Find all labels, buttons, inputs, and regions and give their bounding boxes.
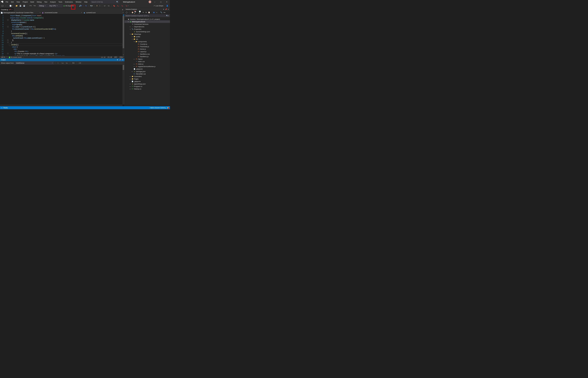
expand-icon[interactable]: ▾ bbox=[131, 39, 133, 40]
tree-node[interactable]: JSNavMenu.js bbox=[124, 55, 170, 58]
nav-class[interactable]: ◧ incrementCounter▼ bbox=[41, 11, 83, 14]
next-bookmark-icon[interactable]: 🔖› bbox=[120, 4, 124, 7]
tree-node[interactable]: ▾📂ClientApp bbox=[124, 33, 170, 35]
se-home-icon[interactable]: 🏠 bbox=[131, 11, 134, 14]
tree-node[interactable]: ▾▦WebApplication4 bbox=[124, 20, 170, 23]
nav-scope[interactable]: 📄 WebApplication4 JavaScript Content Fil… bbox=[0, 11, 41, 14]
menu-window[interactable]: Window bbox=[74, 0, 83, 4]
se-properties-icon[interactable]: 🔧 bbox=[160, 11, 162, 14]
outdent-icon[interactable]: ◀≡ bbox=[103, 4, 107, 7]
tabs-overflow-icon[interactable]: ▼ bbox=[121, 8, 124, 11]
expand-icon[interactable]: ▸ bbox=[133, 63, 135, 65]
tree-node[interactable]: ▸C#Program.cs bbox=[124, 85, 170, 88]
se-collapse-icon[interactable]: ⟲ bbox=[142, 11, 144, 14]
panel-dropdown-icon[interactable]: ▼ bbox=[117, 59, 118, 61]
tree-node[interactable]: ▸JSApp.js bbox=[124, 58, 170, 60]
tree-node[interactable]: 📄.gitignore bbox=[124, 68, 170, 70]
se-copy-icon[interactable]: 📋 bbox=[148, 11, 150, 14]
tree-node[interactable]: JSFetchData.js bbox=[124, 45, 170, 48]
menu-project[interactable]: Project bbox=[21, 0, 29, 4]
panel-pin-icon[interactable]: 📌 bbox=[165, 8, 167, 10]
indent-icon[interactable]: ≡▶ bbox=[107, 4, 110, 7]
panel-close-icon[interactable]: ✕ bbox=[168, 8, 169, 10]
search-box[interactable]: Search (Ctrl+Q) 🔍 bbox=[91, 0, 119, 3]
clear-bookmarks-icon[interactable]: 🔖✕ bbox=[125, 4, 129, 7]
output-clear-icon[interactable]: ✕≡ bbox=[72, 62, 75, 64]
panel-close-icon[interactable]: ✕ bbox=[122, 59, 123, 61]
expand-icon[interactable]: ▸ bbox=[133, 66, 135, 67]
save-all-icon[interactable]: 💾⁺ bbox=[23, 4, 27, 7]
se-back-icon[interactable]: ◯ bbox=[125, 11, 128, 14]
tree-node[interactable]: ▸{}package.json bbox=[124, 70, 170, 73]
tree-node[interactable]: ▾🔧Properties bbox=[124, 28, 170, 30]
output-content[interactable] bbox=[0, 65, 124, 106]
expand-icon[interactable]: ▾ bbox=[133, 41, 135, 42]
tree-node[interactable]: ▾📂src bbox=[124, 38, 170, 40]
tree-node[interactable]: #index.css bbox=[124, 60, 170, 63]
config-dropdown[interactable]: Debug▼ bbox=[38, 4, 48, 7]
tree-node[interactable]: ▸JSregisterServiceWorker.js bbox=[124, 65, 170, 68]
source-control-button[interactable]: ↑ Add to Source Control ▴ bbox=[149, 107, 166, 109]
menu-file[interactable]: File bbox=[4, 0, 10, 4]
liveshare-button[interactable]: Live Share bbox=[156, 5, 163, 7]
tree-node[interactable]: ▾📂components bbox=[124, 40, 170, 43]
prev-bookmark-icon[interactable]: 🔖‹ bbox=[116, 4, 120, 7]
tree-node[interactable]: ▸📁Controllers bbox=[124, 75, 170, 78]
expand-icon[interactable]: ▸ bbox=[133, 58, 135, 60]
feedback-icon[interactable]: 👤 bbox=[166, 5, 168, 7]
expand-icon[interactable]: ▸ bbox=[129, 78, 131, 80]
panel-dropdown-icon[interactable]: ▼ bbox=[163, 8, 164, 10]
new-item-icon[interactable]: 📄▾ bbox=[9, 4, 13, 7]
editor-scrollbar[interactable]: ▼ bbox=[122, 14, 124, 56]
se-showall-icon[interactable]: ⧉ bbox=[145, 11, 147, 14]
menu-test[interactable]: Test bbox=[43, 0, 49, 4]
se-sync-icon[interactable]: 📚▾ bbox=[134, 11, 137, 14]
bookmark-icon[interactable]: 🔖 bbox=[112, 4, 116, 7]
fold-toggle[interactable]: − bbox=[7, 42, 9, 43]
close-tab-icon[interactable]: ✕ bbox=[11, 9, 13, 11]
se-view-icon[interactable]: ▭▸ bbox=[163, 11, 165, 14]
tree-node[interactable]: ▸JSindex.js bbox=[124, 63, 170, 65]
indent-mode[interactable]: SPC bbox=[114, 56, 117, 58]
expand-icon[interactable]: ▸ bbox=[129, 26, 131, 27]
fold-toggle[interactable]: − bbox=[7, 40, 9, 41]
fold-toggle[interactable]: − bbox=[7, 53, 9, 54]
error-indicator[interactable]: ⬤ No issues found bbox=[9, 56, 21, 58]
output-panel-title[interactable]: Output ▼ 📌 ✕ bbox=[0, 58, 124, 61]
output-h-scroll[interactable] bbox=[0, 105, 122, 106]
output-prev-icon[interactable]: ≡◀ bbox=[60, 62, 64, 64]
tree-node[interactable]: JSLayout.js bbox=[124, 50, 170, 53]
nav-back-icon[interactable]: ◯‹ bbox=[1, 4, 4, 7]
tree-node[interactable]: 📄.gitignore bbox=[124, 80, 170, 83]
tree-node[interactable]: ▸C#Startup.cs bbox=[124, 88, 170, 90]
redo-icon[interactable]: ↷▾ bbox=[33, 4, 36, 7]
close-button[interactable]: ✕ bbox=[164, 0, 169, 4]
tree-node[interactable]: ▸⬚Dependencies bbox=[124, 25, 170, 28]
expand-icon[interactable]: ▸ bbox=[131, 36, 133, 37]
output-v-scroll[interactable] bbox=[122, 65, 124, 105]
fold-toggle[interactable]: − bbox=[7, 26, 9, 27]
expand-icon[interactable]: ▾ bbox=[129, 28, 131, 30]
solution-tree[interactable]: ▣Solution 'WebApplication4' (1 of 1 proj… bbox=[124, 17, 170, 106]
zoom-level[interactable]: 100 % bbox=[1, 56, 5, 58]
output-wrap-icon[interactable]: ↩≡ bbox=[78, 62, 82, 64]
user-avatar[interactable] bbox=[148, 0, 151, 3]
fold-toggle[interactable]: − bbox=[7, 19, 9, 21]
browser-link-icon[interactable]: 🔗▾ bbox=[79, 4, 83, 7]
menu-build[interactable]: Build bbox=[29, 0, 35, 4]
notifications-icon[interactable]: 🔔1 bbox=[167, 107, 169, 109]
menu-tools[interactable]: Tools bbox=[57, 0, 64, 4]
output-find-icon[interactable]: ≡‹ bbox=[57, 62, 60, 64]
output-source-dropdown[interactable]: IntelliSense▼ bbox=[15, 62, 54, 64]
tab-counter-js[interactable]: Counter.js 📌 ✕ bbox=[0, 8, 13, 11]
panel-pin-icon[interactable]: 📌 bbox=[119, 59, 121, 61]
expand-icon[interactable]: ▸ bbox=[129, 83, 131, 85]
refresh-icon[interactable]: ↻ bbox=[85, 4, 87, 7]
menu-extensions[interactable]: Extensions bbox=[64, 0, 74, 4]
se-fwd-icon[interactable]: ◯ bbox=[128, 11, 131, 14]
expand-icon[interactable]: ▾ bbox=[129, 33, 131, 35]
nav-fwd-icon[interactable]: › bbox=[5, 4, 7, 7]
output-next-icon[interactable]: ≡▶ bbox=[65, 62, 68, 64]
expand-icon[interactable]: ▸ bbox=[129, 76, 131, 77]
menu-analyze[interactable]: Analyze bbox=[49, 0, 57, 4]
